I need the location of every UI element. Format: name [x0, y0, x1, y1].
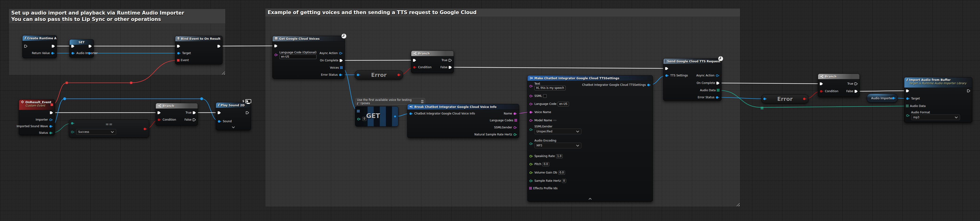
onresult-custom-event-pin-importedSoundWave[interactable]	[49, 125, 53, 128]
get-google-cloud-voices-pin-onComplete[interactable]	[340, 59, 343, 62]
play-sound-2d-pin-sound[interactable]	[218, 120, 222, 123]
set-audio-importer-pin-execOut[interactable]	[89, 45, 92, 48]
equal-enum[interactable]: ==Success	[69, 119, 149, 138]
branch-3-pin-true[interactable]	[854, 82, 858, 85]
make-tts-settings-pin-languageCode-text-field[interactable]: en-US	[558, 102, 569, 106]
get-array-element[interactable]: GET0	[355, 106, 398, 127]
import-audio-from-buffer-pin-execOut[interactable]	[967, 89, 970, 92]
node-expand-chevron[interactable]	[232, 125, 235, 130]
onresult-custom-event-pin-status[interactable]	[49, 132, 53, 135]
get-google-cloud-voices-pin-voices[interactable]	[340, 66, 343, 69]
break-voice-info[interactable]: Break Chatbot Integrator Google Cloud Vo…	[407, 104, 519, 138]
break-voice-info-pin-ssmlGender[interactable]	[513, 126, 517, 129]
error-macro-1[interactable]: Error	[355, 70, 403, 79]
set-audio-importer-pin-execIn[interactable]	[71, 45, 75, 48]
play-sound-2d-pin-execIn[interactable]	[218, 111, 221, 114]
make-tts-settings-pin-text-text-field[interactable]: Hi, this is my speech	[535, 86, 566, 90]
equal-enum-pin-out[interactable]	[143, 127, 147, 130]
comment-resize-handle[interactable]	[222, 71, 225, 75]
branch-3-pin-condition[interactable]	[820, 90, 824, 93]
make-tts-settings[interactable]: Make Chatbot Integrator Google Cloud TTS…	[527, 75, 653, 202]
onresult-custom-event-pin-execOut[interactable]	[50, 111, 53, 114]
branch-2[interactable]: BranchConditionTrueFalse	[411, 51, 454, 73]
make-tts-settings-pin-effectsProfileIds[interactable]	[529, 187, 532, 190]
set-audio-importer-pin-valIn[interactable]	[71, 52, 75, 55]
branch-2-pin-execIn[interactable]	[413, 59, 416, 62]
get-google-cloud-voices-pin-langCode[interactable]	[274, 53, 278, 56]
blueprint-canvas[interactable]: Set up audio import and playback via Run…	[0, 0, 980, 221]
error-macro-1-pin-in[interactable]	[356, 73, 361, 76]
set-audio-importer-pin-valOut[interactable]	[88, 52, 92, 55]
get-array-element-pin-indexIn[interactable]	[357, 118, 361, 121]
send-google-cloud-tts-request[interactable]: Send Google Cloud TTS RequestTTS Setting…	[663, 58, 721, 101]
get-google-cloud-voices[interactable]: Get Google Cloud VoicesLanguage Code (Op…	[272, 36, 345, 79]
branch-3-pin-execIn[interactable]	[820, 82, 823, 85]
break-voice-info-pin-naturalSampleRateHertz[interactable]	[513, 133, 517, 136]
branch-3[interactable]: BranchConditionTrueFalse	[818, 73, 860, 97]
branch-1-pin-condition[interactable]	[158, 118, 161, 121]
audio-importer-variable-pin-out[interactable]	[892, 97, 896, 100]
error-macro-2[interactable]: Error	[761, 94, 809, 103]
make-tts-settings-pin-volumeGainDb-value-field[interactable]: 0.0	[558, 171, 565, 175]
onresult-custom-event-pin-delegateOut[interactable]	[51, 103, 53, 106]
break-voice-info-pin-name[interactable]	[513, 112, 517, 115]
bind-event-to-on-result-pin-execOut[interactable]	[217, 45, 221, 48]
import-audio-from-buffer-pin-audioFormat-dropdown[interactable]: mp3	[911, 114, 960, 120]
import-audio-from-buffer[interactable]: fImport Audio from BufferTarget is Runti…	[904, 77, 972, 123]
branch-2-pin-condition[interactable]	[413, 66, 417, 69]
error-macro-1-pin-out[interactable]	[397, 73, 401, 76]
branch-3-pin-false[interactable]	[854, 90, 858, 93]
error-macro-2-pin-in[interactable]	[763, 97, 767, 100]
make-tts-settings-pin-ssmlGender[interactable]	[529, 128, 533, 131]
reroute-node[interactable]	[63, 97, 66, 100]
send-google-cloud-tts-request-pin-onComplete[interactable]	[716, 81, 720, 85]
get-google-cloud-voices-pin-execIn[interactable]	[274, 45, 278, 48]
create-runtime-audio-importer-pin-execOut[interactable]	[52, 45, 55, 48]
reroute-node[interactable]	[130, 81, 132, 84]
equal-enum-pin-in2[interactable]	[71, 130, 75, 134]
comment-resize-handle[interactable]	[736, 203, 740, 206]
onresult-custom-event[interactable]: OnResult_EventCustom EventImporterImport…	[19, 99, 55, 135]
make-tts-settings-pin-ssml[interactable]	[529, 94, 533, 98]
make-tts-settings-pin-pitch-value-field[interactable]: 0.0	[542, 162, 549, 166]
play-sound-2d-pin-execOut[interactable]	[246, 111, 249, 114]
import-audio-from-buffer-pin-target[interactable]	[906, 97, 910, 100]
send-google-cloud-tts-request-pin-execIn[interactable]	[665, 67, 668, 70]
error-macro-2-pin-out[interactable]	[803, 97, 807, 100]
get-google-cloud-voices-pin-langCode-text-field[interactable]: en-US	[279, 54, 317, 59]
send-google-cloud-tts-request-pin-ttsSettings[interactable]	[665, 74, 669, 77]
branch-2-pin-false[interactable]	[449, 66, 452, 69]
make-tts-settings-pin-audioEncoding-dropdown[interactable]: MP3	[535, 143, 581, 148]
get-array-element-pin-arrayIn[interactable]	[357, 110, 360, 113]
branch-1-pin-execIn[interactable]	[158, 111, 161, 114]
break-voice-info-pin-languageCodes[interactable]	[514, 119, 517, 122]
equal-enum-enum-dropdown[interactable]: Success	[76, 129, 116, 135]
send-google-cloud-tts-request-pin-audioData[interactable]	[717, 89, 720, 92]
make-tts-settings-pin-speakingRate[interactable]	[529, 155, 533, 158]
make-tts-settings-pin-pitch[interactable]	[529, 163, 533, 166]
send-google-cloud-tts-request-pin-asyncAction[interactable]	[716, 74, 720, 77]
get-array-element-index-field[interactable]: 0	[363, 117, 366, 121]
make-tts-settings-pin-text[interactable]	[529, 85, 533, 88]
break-voice-info-pin-structIn[interactable]	[409, 112, 413, 115]
create-runtime-audio-importer[interactable]: fCreate Runtime Audio ImporterReturn Val…	[22, 35, 57, 58]
onresult-custom-event-pin-importer[interactable]	[49, 118, 53, 121]
node-collapse-chevron[interactable]	[589, 197, 592, 201]
make-tts-settings-pin-speakingRate-value-field[interactable]: 1.0	[556, 154, 563, 158]
make-tts-settings-pin-ssml-checkbox[interactable]	[543, 94, 547, 98]
create-runtime-audio-importer-pin-execIn[interactable]	[24, 45, 27, 48]
make-tts-settings-pin-ssmlGender-dropdown[interactable]: Unspecified	[535, 129, 581, 134]
bind-event-to-on-result[interactable]: Bind Event to On ResultTargetEvent	[175, 36, 223, 64]
equal-enum-pin-in1[interactable]	[71, 122, 75, 125]
import-audio-from-buffer-pin-audioFormat[interactable]	[906, 114, 910, 117]
import-audio-from-buffer-pin-execIn[interactable]	[906, 89, 909, 92]
make-tts-settings-pin-audioEncoding[interactable]	[529, 142, 533, 145]
play-sound-2d[interactable]: fPlay Sound 2DSound	[216, 102, 251, 130]
create-runtime-audio-importer-pin-returnValue[interactable]	[51, 52, 55, 55]
make-tts-settings-pin-sampleRateHertz[interactable]	[529, 180, 533, 183]
bubble-pin-icon[interactable]	[421, 100, 423, 103]
reroute-node[interactable]	[761, 106, 764, 110]
branch-2-pin-true[interactable]	[449, 59, 452, 62]
audio-importer-variable[interactable]: Audio Importer	[867, 94, 898, 102]
get-array-element-pin-out[interactable]	[394, 115, 396, 118]
